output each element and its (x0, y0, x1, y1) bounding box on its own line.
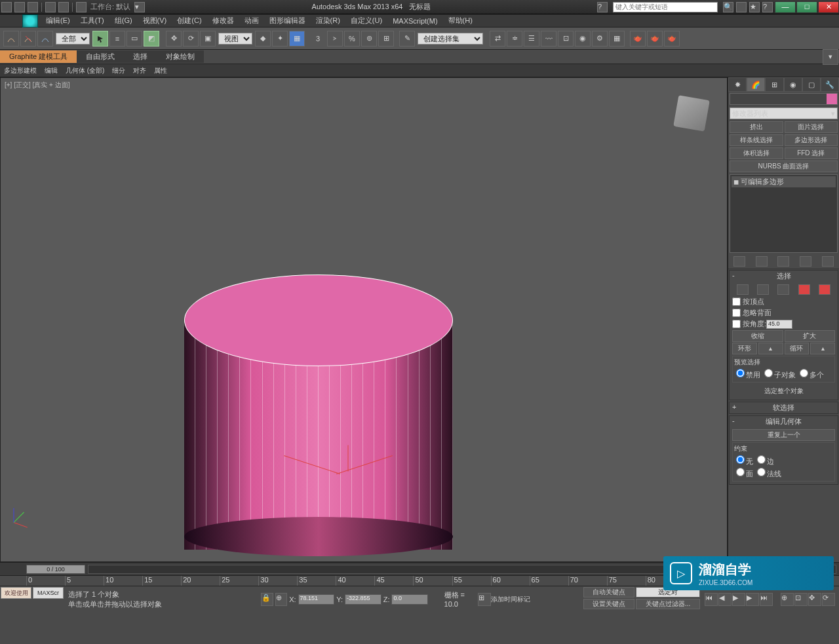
workspace-label[interactable]: 工作台: 默认 (90, 2, 130, 12)
menu-group[interactable]: 组(G) (109, 16, 138, 26)
rollout-editgeom[interactable]: 编辑几何体 (730, 416, 838, 427)
render-active-icon[interactable]: 🫖 (664, 31, 680, 47)
viewport[interactable]: [+] [正交] [真实 + 边面] (0, 77, 728, 562)
rib-edit[interactable]: 编辑 (41, 66, 62, 75)
preview-off[interactable]: 禁用 (735, 369, 760, 380)
layers-icon[interactable]: ☰ (524, 31, 539, 47)
utilities-tab-icon[interactable]: 🔧 (821, 77, 839, 92)
star-icon[interactable]: ★ (749, 2, 760, 12)
x-coord[interactable]: 78.151 (298, 594, 335, 605)
shrink-button[interactable]: 收缩 (732, 330, 783, 342)
z-coord[interactable]: 0.0 (391, 594, 428, 605)
rib-props[interactable]: 属性 (150, 66, 171, 75)
loop-spinner[interactable]: ▴ (810, 343, 835, 354)
display-tab-icon[interactable]: ▢ (802, 77, 821, 92)
modify-tab-icon[interactable]: 🌈 (747, 77, 765, 92)
goto-start-icon[interactable]: ⏮ (705, 593, 718, 606)
move-icon[interactable]: ✥ (166, 31, 182, 47)
rollout-selection[interactable]: 选择 (730, 271, 838, 282)
viewport-nav2-icon[interactable]: ⊡ (794, 593, 808, 606)
ribbon-selection[interactable]: 选择 (124, 50, 157, 63)
unlink-icon[interactable] (20, 31, 36, 47)
mod-polysel[interactable]: 多边形选择 (785, 134, 838, 146)
menu-grapheditors[interactable]: 图形编辑器 (264, 16, 311, 26)
close-button[interactable]: ✕ (818, 1, 839, 13)
ribbon-collapse-icon[interactable]: ▾ (823, 49, 838, 65)
rib-subdiv[interactable]: 细分 (108, 66, 129, 75)
object-name-field[interactable] (730, 93, 838, 105)
next-frame-icon[interactable]: ▶ (746, 593, 759, 606)
selectlink-icon[interactable] (3, 31, 19, 47)
menu-create[interactable]: 创建(C) (172, 16, 206, 26)
loop-button[interactable]: 循环 (785, 343, 810, 354)
material-editor-icon[interactable]: ◉ (575, 31, 591, 47)
render-iter-icon[interactable]: 🫖 (647, 31, 663, 47)
render-setup-icon[interactable]: ⚙ (592, 31, 608, 47)
pivot-icon[interactable]: ◆ (255, 31, 271, 47)
manip-icon[interactable]: ✦ (272, 31, 288, 47)
minimize-button[interactable]: — (775, 1, 796, 13)
scene-object-cylinder[interactable] (184, 275, 453, 556)
time-tag-icon[interactable]: ⊞ (478, 593, 491, 606)
search-input[interactable] (613, 2, 718, 12)
constraint-face[interactable]: 面 (735, 468, 753, 479)
key-filter-button[interactable]: 关键点过滤器... (636, 599, 700, 609)
select-rect-icon[interactable]: ▭ (127, 31, 142, 47)
menu-modifiers[interactable]: 修改器 (207, 16, 239, 26)
save-icon[interactable] (28, 2, 38, 12)
make-unique-icon[interactable] (777, 256, 789, 267)
set-key-button[interactable]: 设置关键点 (583, 599, 634, 609)
menu-maxscript[interactable]: MAXScript(M) (387, 17, 442, 25)
undo-icon[interactable] (45, 2, 56, 12)
show-result-icon[interactable] (756, 256, 768, 267)
constraint-normal[interactable]: 法线 (756, 468, 781, 479)
stack-editable-poly[interactable]: ◼ 可编辑多边形 (732, 176, 836, 187)
named-sel-edit-icon[interactable]: ✎ (399, 31, 415, 47)
constraint-none[interactable]: 无 (735, 455, 753, 466)
rollout-softsel[interactable]: 软选择 (730, 402, 838, 413)
grow-button[interactable]: 扩大 (785, 330, 836, 342)
remove-mod-icon[interactable] (800, 256, 811, 267)
subobj-polygon-icon[interactable] (798, 284, 810, 295)
subobj-element-icon[interactable] (819, 284, 830, 295)
angle-spinner[interactable]: 45.0 (766, 320, 792, 329)
constraint-edge[interactable]: 边 (756, 455, 774, 466)
keyboard-shortcut-icon[interactable]: ▦ (289, 31, 305, 47)
subobj-edge-icon[interactable] (757, 284, 769, 295)
rib-geom[interactable]: 几何体 (全部) (62, 66, 108, 75)
object-color-swatch[interactable] (827, 94, 837, 104)
prev-frame-icon[interactable]: ◀ (718, 593, 732, 606)
render-prod-icon[interactable]: 🫖 (630, 31, 646, 47)
ribbon-freeform[interactable]: 自由形式 (77, 50, 124, 63)
lock-selection-icon[interactable]: 🔒 (261, 593, 273, 606)
subobj-border-icon[interactable] (777, 284, 789, 295)
select-object-icon[interactable] (92, 31, 108, 47)
preview-sub[interactable]: 子对象 (763, 369, 796, 380)
bind-icon[interactable] (37, 31, 53, 47)
menu-tools[interactable]: 工具(T) (75, 16, 109, 26)
help-icon[interactable]: ? (597, 2, 608, 12)
snap-angle-icon[interactable]: ⦠ (327, 31, 343, 47)
motion-tab-icon[interactable]: ◉ (784, 77, 802, 92)
viewcube-icon[interactable] (673, 95, 710, 132)
help2-icon[interactable]: ? (762, 2, 773, 12)
named-selection-set[interactable]: 创建选择集 (418, 33, 483, 45)
new-icon[interactable] (1, 2, 12, 12)
ribbon-graphite[interactable]: Graphite 建模工具 (0, 50, 77, 63)
subobj-vertex-icon[interactable] (737, 284, 749, 295)
goto-end-icon[interactable]: ⏭ (760, 593, 773, 606)
open-icon[interactable] (14, 2, 25, 12)
menu-edit[interactable]: 编辑(E) (41, 16, 75, 26)
frame-indicator[interactable]: 0 / 100 (26, 565, 85, 574)
pin-stack-icon[interactable] (733, 256, 745, 267)
menu-customize[interactable]: 自定义(U) (345, 16, 387, 26)
refcoord-dropdown[interactable]: 视图 (218, 33, 252, 45)
create-tab-icon[interactable]: ✸ (728, 77, 747, 92)
play-icon[interactable]: ▶ (732, 593, 745, 606)
redo-icon[interactable] (58, 2, 69, 12)
welcome-button[interactable]: 欢迎使用 (1, 587, 31, 599)
abs-rel-icon[interactable]: ⊕ (275, 593, 288, 606)
curve-editor-icon[interactable]: 〰 (541, 31, 556, 47)
schematic-icon[interactable]: ⊡ (558, 31, 574, 47)
modifier-stack[interactable]: ◼ 可编辑多边形 (730, 174, 838, 253)
